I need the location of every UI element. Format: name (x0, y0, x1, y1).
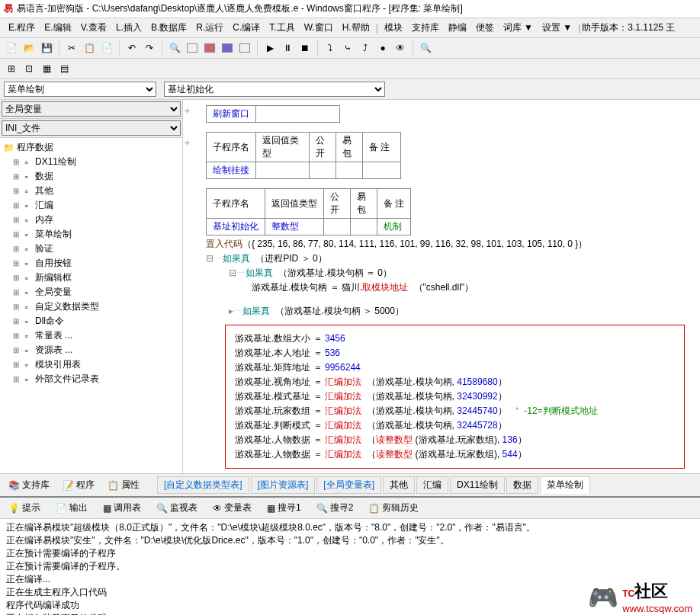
undo-button[interactable]: ↶ (124, 40, 140, 56)
tab-support-lib[interactable]: 📚 支持库 (4, 477, 54, 493)
editor-tab[interactable]: 汇编 (416, 476, 448, 494)
output-tab-search1[interactable]: ▦ 搜寻1 (262, 500, 306, 516)
tree-item[interactable]: ⊞▫新编辑框 (2, 271, 180, 285)
tool-b-icon[interactable]: ⊡ (21, 61, 37, 76)
tab-properties[interactable]: 📋 属性 (103, 477, 144, 493)
expander-icon[interactable]: ⊞ (11, 216, 21, 224)
tool-a-icon[interactable]: ⊞ (4, 61, 19, 76)
expander-icon[interactable]: ⊞ (11, 187, 21, 195)
tree-item[interactable]: ⊞▫菜单绘制 (2, 227, 180, 242)
menu-static[interactable]: 静编 (444, 20, 471, 36)
output-tab-output[interactable]: 📄 输出 (51, 500, 92, 516)
ini-file-dropdown[interactable]: INI_文件 (2, 120, 181, 136)
output-tab-monitor[interactable]: 🔍 监视表 (152, 500, 202, 516)
paste-button[interactable]: 📄 (99, 40, 114, 56)
window4-icon[interactable] (237, 40, 252, 56)
expander-icon[interactable]: ⊞ (11, 303, 21, 311)
tree-item[interactable]: ⊞▫模块引用表 (2, 357, 180, 372)
run-button[interactable]: ▶ (262, 40, 278, 56)
copy-button[interactable]: 📋 (82, 40, 97, 56)
menu-program[interactable]: E.程序 (4, 20, 40, 36)
window1-icon[interactable] (185, 40, 200, 56)
editor-tab[interactable]: [自定义数据类型表] (157, 476, 249, 494)
output-tab-vartable[interactable]: 👁 变量表 (208, 500, 256, 516)
function-dropdown[interactable]: 基址初始化 (164, 82, 385, 97)
tree-item[interactable]: ⊞▫自用按钮 (2, 256, 180, 271)
menu-insert[interactable]: L.插入 (111, 20, 146, 36)
menu-dict[interactable]: 词库 ▼ (499, 20, 538, 36)
menu-window[interactable]: W.窗口 (300, 20, 338, 36)
menu-compile[interactable]: C.编译 (228, 20, 265, 36)
collapse-icon[interactable]: + (185, 138, 190, 149)
menu-module[interactable]: 模块 (380, 20, 407, 36)
tree-item[interactable]: ⊞▫数据 (2, 169, 180, 184)
expander-icon[interactable]: ⊞ (11, 158, 21, 166)
expander-icon[interactable]: ⊞ (11, 201, 21, 210)
editor-tab[interactable]: [全局变量表] (316, 476, 381, 494)
tree-root[interactable]: 📁 程序数据 (2, 140, 180, 155)
menu-database[interactable]: B.数据库 (146, 20, 191, 36)
step-into-button[interactable]: ⤷ (340, 40, 355, 56)
output-tab-search2[interactable]: 🔍 搜寻2 (312, 500, 358, 516)
tree-item[interactable]: ⊞▫外部文件记录表 (2, 372, 180, 386)
expander-icon[interactable]: ⊞ (11, 317, 21, 325)
watch-button[interactable]: 👁 (393, 40, 408, 56)
expander-icon[interactable]: ⊞ (11, 288, 21, 296)
pause-button[interactable]: ⏸ (280, 40, 295, 56)
project-tree[interactable]: 📁 程序数据 ⊞▫DX11绘制⊞▫数据⊞▫其他⊞▫汇编⊞▫内存⊞▫菜单绘制⊞▫验… (0, 138, 182, 473)
code-editor[interactable]: + 刷新窗口 + 子程序名 返回值类型 公开 易包 备 注 绘制挂接 子程序名 … (183, 100, 700, 473)
new-button[interactable]: 📄 (4, 40, 19, 56)
global-var-dropdown[interactable]: 全局变量 (2, 101, 181, 117)
tree-item[interactable]: ⊞▫其他 (2, 184, 180, 198)
output-tab-hint[interactable]: 💡 提示 (4, 500, 45, 516)
menu-view[interactable]: V.查看 (76, 20, 111, 36)
output-tab-cliphist[interactable]: 📋 剪辑历史 (364, 500, 423, 516)
expander-icon[interactable]: ⊞ (11, 360, 21, 369)
menu-tools[interactable]: T.工具 (265, 20, 299, 36)
step-over-button[interactable]: ⤵ (323, 40, 338, 56)
menu-notes[interactable]: 便签 (471, 20, 499, 36)
menu-edit[interactable]: E.编辑 (40, 20, 75, 36)
save-button[interactable]: 💾 (39, 40, 54, 56)
expander-icon[interactable]: ⊞ (11, 346, 21, 354)
expander-icon[interactable]: ⊞ (11, 172, 21, 181)
tree-item[interactable]: ⊞▫常量表 ... (2, 328, 180, 343)
expander-icon[interactable]: ⊞ (11, 332, 21, 340)
tree-item[interactable]: ⊞▫Dll命令 (2, 314, 180, 328)
step-out-button[interactable]: ⤴ (358, 40, 373, 56)
editor-tab[interactable]: DX11绘制 (450, 476, 505, 494)
tree-item[interactable]: ⊞▫全局变量 (2, 285, 180, 299)
tree-item[interactable]: ⊞▫资源表 ... (2, 343, 180, 357)
breakpoint-button[interactable]: ● (375, 40, 390, 56)
redo-button[interactable]: ↷ (142, 40, 157, 56)
tool-d-icon[interactable]: ▤ (56, 61, 72, 76)
menu-settings[interactable]: 设置 ▼ (538, 20, 576, 36)
editor-tab[interactable]: 其他 (383, 476, 415, 494)
menu-help[interactable]: H.帮助 (338, 20, 374, 36)
output-tab-calltable[interactable]: ▦ 调用表 (98, 500, 146, 516)
expander-icon[interactable]: ⊞ (11, 259, 21, 267)
editor-tab[interactable]: [图片资源表] (251, 476, 316, 494)
output-content[interactable]: 正在编译易模块"超级模块（8.0正式版）"，文件名："D:\e\模块\超级模块8… (0, 519, 700, 615)
cut-button[interactable]: ✂ (64, 40, 79, 56)
assembly-dropdown[interactable]: 菜单绘制 (4, 82, 156, 97)
window3-icon[interactable] (220, 40, 235, 56)
tree-item[interactable]: ⊞▫验证 (2, 242, 180, 256)
menu-run[interactable]: R.运行 (191, 20, 228, 36)
search-person-icon[interactable]: 🔍 (418, 40, 433, 56)
expander-icon[interactable]: ⊞ (11, 230, 21, 239)
editor-tab[interactable]: 菜单绘制 (540, 476, 590, 494)
menu-support[interactable]: 支持库 (407, 20, 444, 36)
editor-tab[interactable]: 数据 (506, 476, 538, 494)
tree-item[interactable]: ⊞▫DX11绘制 (2, 155, 180, 169)
tree-item[interactable]: ⊞▫自定义数据类型 (2, 299, 180, 314)
stop-button[interactable]: ⏹ (297, 40, 313, 56)
tree-item[interactable]: ⊞▫汇编 (2, 198, 180, 213)
tab-program[interactable]: 📝 程序 (58, 477, 99, 493)
collapse-icon[interactable]: + (185, 106, 190, 117)
expander-icon[interactable]: ⊞ (11, 375, 21, 383)
tool-c-icon[interactable]: ▦ (39, 61, 54, 76)
find-button[interactable]: 🔍 (167, 40, 182, 56)
window2-icon[interactable] (202, 40, 217, 56)
open-button[interactable]: 📂 (21, 40, 37, 56)
